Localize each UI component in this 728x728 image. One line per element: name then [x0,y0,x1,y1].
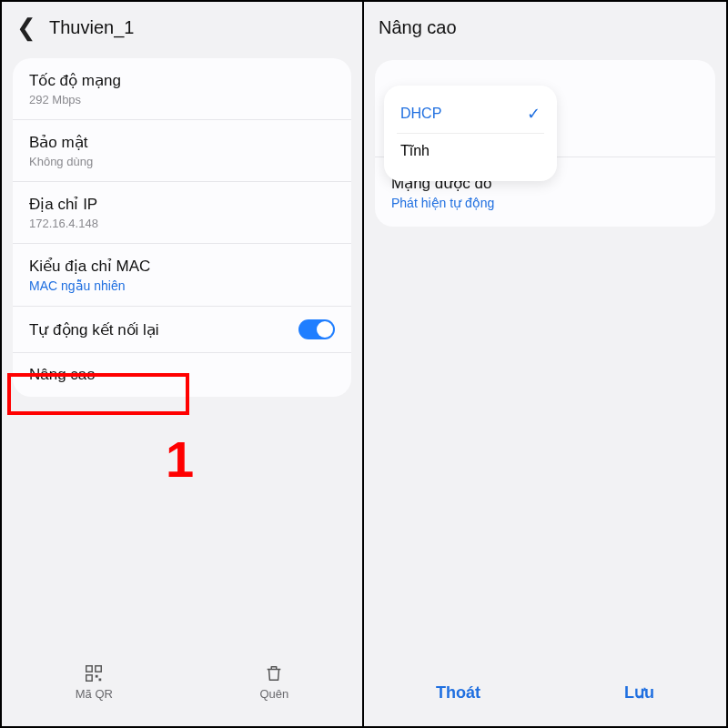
panel-advanced: Nâng cao Mạng được đo Phát hiện tự động … [364,0,728,728]
row-title: Kiểu địa chỉ MAC [29,257,335,276]
save-button[interactable]: Lưu [599,673,680,712]
back-icon[interactable]: ❮ [16,14,36,42]
check-icon: ✓ [527,104,541,124]
row-mac-type[interactable]: Kiểu địa chỉ MAC MAC ngẫu nhiên [13,243,351,306]
row-link: MAC ngẫu nhiên [29,278,335,293]
svg-rect-4 [99,678,102,681]
dropdown-option-static[interactable]: Tĩnh [397,133,544,168]
svg-rect-2 [86,674,92,680]
qr-icon [84,663,104,683]
row-ip-address[interactable]: Địa chỉ IP 172.16.4.148 [13,181,351,243]
row-advanced[interactable]: Nâng cao [13,352,351,397]
row-title: Nâng cao [29,366,335,384]
option-label: DHCP [400,106,441,122]
bottom-bar: Mã QR Quên [2,644,362,726]
toggle-auto-reconnect[interactable] [298,319,335,339]
row-network-speed[interactable]: Tốc độ mạng 292 Mbps [13,58,351,119]
row-title: Tốc độ mạng [29,71,335,90]
bottom-actions: Thoát Lưu [364,659,726,726]
settings-card: Tốc độ mạng 292 Mbps Bảo mật Không dùng … [13,58,351,397]
dropdown-option-dhcp[interactable]: DHCP ✓ [397,95,544,133]
row-sub: 292 Mbps [29,93,335,106]
svg-rect-3 [96,674,98,677]
svg-rect-0 [86,665,92,671]
qr-label: Mã QR [76,687,113,701]
forget-label: Quên [259,687,288,701]
row-title: Bảo mật [29,133,335,152]
row-security[interactable]: Bảo mật Không dùng [13,119,351,181]
row-title: Tự động kết nối lại [29,320,159,339]
page-title: Thuvien_1 [49,17,134,38]
row-sub: 172.16.4.148 [29,217,335,230]
header: Nâng cao [364,2,726,53]
row-sub: Không dùng [29,155,335,168]
svg-rect-1 [96,665,101,671]
row-link: Phát hiện tự động [391,196,699,210]
row-auto-reconnect[interactable]: Tự động kết nối lại [13,306,351,352]
trash-icon [264,663,284,683]
annotation-step-number: 1 [166,430,194,489]
qr-code-button[interactable]: Mã QR [76,663,113,701]
cancel-button[interactable]: Thoát [410,674,506,712]
page-title: Nâng cao [379,17,457,38]
option-label: Tĩnh [400,143,430,159]
panel-wifi-details: ❮ Thuvien_1 Tốc độ mạng 292 Mbps Bảo mật… [0,0,364,728]
header: ❮ Thuvien_1 [2,2,362,53]
forget-button[interactable]: Quên [259,663,288,701]
row-title: Địa chỉ IP [29,195,335,214]
ip-settings-dropdown[interactable]: DHCP ✓ Tĩnh [384,86,557,181]
